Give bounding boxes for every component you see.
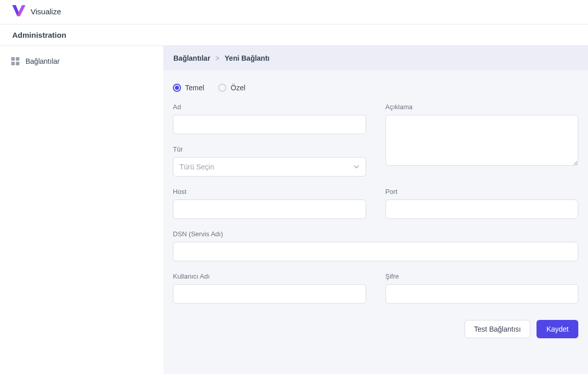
input-port[interactable]: [386, 200, 579, 219]
radio-group: Temel Özel: [170, 84, 581, 92]
label-aciklama: Açıklama: [386, 103, 579, 111]
textarea-aciklama[interactable]: [386, 115, 579, 166]
label-tur: Tür: [173, 145, 366, 153]
topbar: Visualize: [0, 0, 588, 24]
input-host[interactable]: [173, 200, 366, 219]
label-port: Port: [386, 188, 579, 195]
breadcrumb: Bağlantılar > Yeni Bağlantı: [163, 46, 588, 70]
form: Temel Özel Ad Tür Türü Seçin: [163, 70, 588, 354]
label-ad: Ad: [173, 103, 366, 111]
radio-icon: [218, 84, 226, 92]
label-dsn: DSN (Servis Adı): [173, 230, 578, 238]
actions: Test Bağlantısı Kaydet: [170, 315, 581, 338]
brand-logo-icon: [12, 5, 25, 18]
chevron-right-icon: >: [215, 54, 219, 62]
test-connection-button[interactable]: Test Bağlantısı: [465, 320, 531, 338]
input-sifre[interactable]: [386, 284, 579, 304]
label-sifre: Şifre: [386, 272, 579, 280]
breadcrumb-root[interactable]: Bağlantılar: [173, 54, 210, 62]
select-placeholder: Türü Seçin: [180, 163, 214, 171]
sidebar: Bağlantılar: [0, 46, 163, 374]
save-button[interactable]: Kaydet: [536, 320, 578, 338]
select-tur[interactable]: Türü Seçin: [173, 157, 366, 177]
input-kullanici[interactable]: [173, 284, 366, 304]
radio-label: Temel: [185, 84, 204, 92]
label-host: Host: [173, 188, 366, 195]
admin-title: Administration: [12, 31, 66, 39]
content: Bağlantılar > Yeni Bağlantı Temel Özel A…: [163, 46, 588, 374]
brand-name: Visualize: [31, 7, 61, 16]
input-ad[interactable]: [173, 115, 366, 134]
sidebar-item-label: Bağlantılar: [25, 57, 60, 65]
sidebar-item-connections[interactable]: Bağlantılar: [8, 53, 155, 69]
radio-temel[interactable]: Temel: [173, 84, 204, 92]
admin-bar: Administration: [0, 24, 588, 46]
radio-ozel[interactable]: Özel: [218, 84, 245, 92]
input-dsn[interactable]: [173, 242, 578, 261]
breadcrumb-current: Yeni Bağlantı: [225, 54, 270, 62]
radio-icon: [173, 84, 181, 92]
label-kullanici: Kullanıcı Adı: [173, 272, 366, 280]
radio-label: Özel: [231, 84, 245, 92]
grid-icon: [11, 57, 19, 65]
chevron-down-icon: [353, 164, 360, 170]
